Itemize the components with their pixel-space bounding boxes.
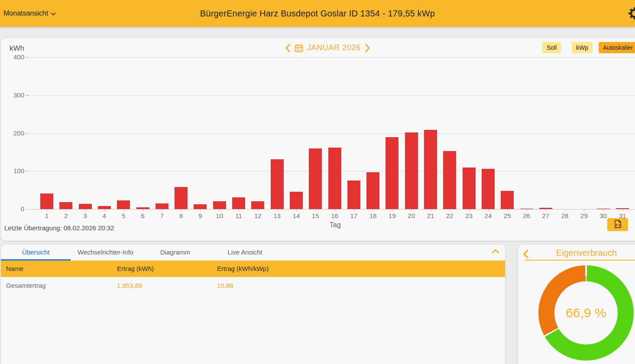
bar-day-21[interactable] — [424, 130, 437, 209]
x-tick-label: 21 — [422, 212, 439, 219]
x-tick-label: 8 — [172, 212, 190, 219]
bar-day-23[interactable] — [463, 168, 476, 209]
table-header-cell: Name — [6, 261, 23, 277]
x-tick-mark — [546, 209, 546, 211]
x-tick-mark — [392, 209, 392, 211]
x-tick-label: 29 — [575, 212, 593, 219]
tab-wechselrichter-info[interactable]: Wechselrichter-Info — [71, 245, 140, 261]
x-axis-label: Tag — [326, 221, 345, 229]
bar-day-1[interactable] — [40, 193, 53, 209]
x-tick-mark — [315, 209, 316, 211]
table-header: NameErtrag (kWh)Ertrag (kWh/kWp) — [1, 261, 505, 277]
gridline — [30, 133, 635, 134]
table-cell: 1.953,89 — [117, 277, 142, 294]
x-tick-mark — [335, 209, 335, 211]
bar-day-15[interactable] — [309, 148, 322, 209]
bar-day-7[interactable] — [156, 203, 168, 209]
y-tick-label: 0 — [7, 205, 24, 213]
x-tick-mark — [66, 209, 66, 211]
x-tick-label: 2 — [57, 212, 75, 219]
y-tick-mark — [26, 133, 29, 134]
x-tick-mark — [584, 209, 584, 211]
x-tick-mark — [220, 209, 220, 211]
bar-day-11[interactable] — [232, 197, 245, 209]
x-tick-label: 11 — [230, 212, 247, 219]
x-tick-label: 27 — [537, 212, 554, 219]
x-tick-label: 13 — [269, 212, 286, 219]
bar-day-18[interactable] — [366, 172, 379, 209]
bar-day-10[interactable] — [213, 201, 226, 209]
bar-day-19[interactable] — [386, 137, 398, 209]
tab-diagramm[interactable]: Diagramm — [140, 245, 210, 261]
export-button[interactable] — [607, 218, 628, 231]
x-tick-mark — [373, 209, 373, 211]
bar-day-9[interactable] — [194, 204, 207, 209]
x-tick-mark — [162, 209, 162, 211]
x-tick-mark — [258, 209, 258, 211]
chart-panel: kWh JANUAR 2026 SollkWpAutoskalier 01002… — [1, 38, 635, 241]
x-tick-label: 9 — [191, 212, 209, 219]
x-tick-label: 4 — [96, 212, 113, 219]
y-tick-mark — [26, 171, 29, 171]
tab--bersicht[interactable]: Übersicht — [1, 245, 71, 261]
x-tick-label: 17 — [345, 212, 363, 219]
x-tick-mark — [603, 209, 604, 211]
x-tick-mark — [85, 209, 86, 211]
x-tick-mark — [200, 209, 201, 211]
x-tick-mark — [181, 209, 181, 211]
bar-day-5[interactable] — [117, 200, 130, 209]
x-tick-label: 22 — [441, 212, 458, 219]
x-tick-mark — [239, 209, 239, 211]
eigenverbrauch-panel: Eigenverbrauch 66,9 % — [518, 245, 635, 364]
table-cell: 10,88 — [217, 277, 233, 294]
bar-day-2[interactable] — [59, 202, 72, 209]
export-document-icon — [614, 220, 622, 229]
bar-day-12[interactable] — [251, 201, 264, 209]
x-tick-label: 19 — [383, 212, 401, 219]
gridline — [30, 57, 635, 58]
bar-day-14[interactable] — [290, 192, 303, 209]
x-tick-mark — [527, 209, 527, 211]
tab-live-ansicht[interactable]: Live Ansicht — [210, 245, 280, 261]
bar-day-3[interactable] — [79, 204, 92, 209]
bar-day-13[interactable] — [271, 159, 284, 209]
bar-day-4[interactable] — [98, 206, 111, 209]
x-tick-mark — [104, 209, 105, 211]
x-tick-label: 14 — [288, 212, 305, 219]
bar-day-25[interactable] — [501, 191, 514, 209]
top-bar: Monatsansicht BürgerEnergie Harz Busdepo… — [0, 0, 635, 27]
y-tick-mark — [26, 57, 29, 58]
x-tick-label: 7 — [153, 212, 171, 219]
x-tick-label: 26 — [518, 212, 535, 219]
bar-day-20[interactable] — [405, 132, 418, 209]
x-tick-mark — [354, 209, 354, 211]
bar-day-17[interactable] — [347, 180, 360, 209]
x-tick-label: 24 — [479, 212, 497, 219]
x-tick-label: 25 — [499, 212, 516, 219]
page-title: BürgerEnergie Harz Busdepot Goslar ID 13… — [0, 0, 635, 27]
last-transmission: Letzte Übertragung: 08.02.2026 20:32 — [4, 224, 114, 232]
y-tick-label: 200 — [7, 129, 24, 137]
x-tick-mark — [431, 209, 431, 211]
collapse-panel-icon[interactable] — [491, 248, 500, 256]
gear-icon[interactable] — [628, 7, 635, 20]
x-tick-label: 10 — [211, 212, 228, 219]
y-tick-label: 100 — [7, 167, 24, 174]
x-tick-mark — [143, 209, 143, 211]
x-tick-mark — [411, 209, 412, 211]
y-tick-label: 400 — [7, 53, 24, 61]
y-tick-mark — [26, 95, 29, 96]
table-row: Gesamtertrag1.953,8910,88 — [1, 277, 505, 294]
x-tick-mark — [450, 209, 450, 211]
bar-day-24[interactable] — [482, 169, 495, 209]
bar-day-22[interactable] — [443, 151, 456, 209]
x-tick-label: 6 — [134, 212, 152, 219]
title-underline — [525, 260, 635, 261]
x-tick-mark — [123, 209, 124, 211]
x-tick-label: 5 — [115, 212, 132, 219]
x-tick-label: 3 — [77, 212, 94, 219]
x-tick-label: 16 — [326, 212, 343, 219]
y-tick-label: 300 — [7, 91, 24, 99]
bar-day-8[interactable] — [175, 187, 188, 209]
bar-day-16[interactable] — [328, 148, 341, 209]
